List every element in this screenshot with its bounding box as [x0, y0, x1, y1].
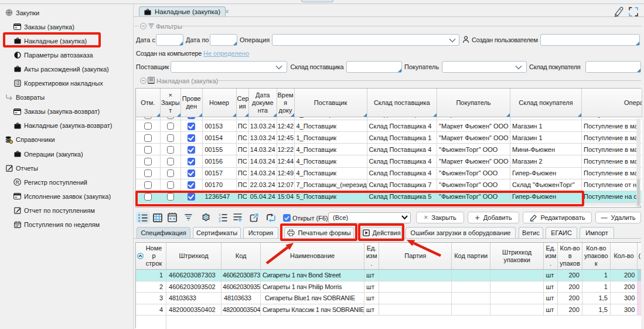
svg-text:R: R: [15, 179, 19, 185]
svg-text:3: 3: [219, 219, 221, 222]
